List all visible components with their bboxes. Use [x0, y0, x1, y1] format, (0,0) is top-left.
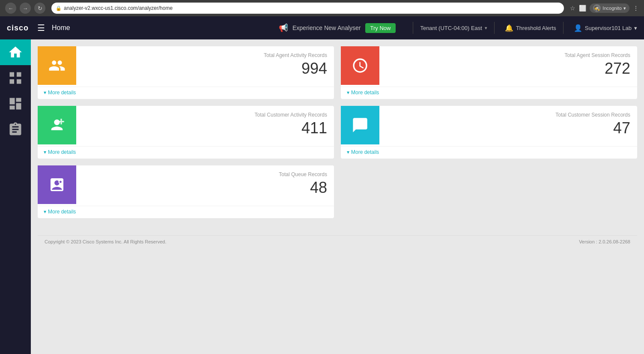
forward-button[interactable]: →	[20, 3, 31, 14]
card-label-agent-activity: Total Agent Activity Records	[83, 52, 327, 58]
card-footer-agent-activity: ▾ More details	[38, 87, 334, 99]
card-value-agent-session: 272	[386, 60, 630, 77]
url-text: analyzer-v2.wxcc-us1.cisco.com/analyzer/…	[64, 5, 173, 11]
home-icon	[8, 45, 23, 60]
card-value-customer-session: 47	[386, 120, 630, 137]
more-details-text-2: More details	[351, 90, 379, 96]
page-title: Home	[52, 24, 70, 32]
cisco-logo: cisco	[7, 24, 29, 33]
sidebar-item-dashboard[interactable]	[0, 91, 31, 117]
queue-records-icon	[48, 176, 66, 193]
header-divider-2	[494, 22, 495, 34]
star-icon[interactable]: ☆	[570, 5, 575, 12]
cards-grid: Total Agent Activity Records 994 ▾ More …	[38, 46, 637, 218]
more-options-icon[interactable]: ⋮	[633, 5, 639, 12]
more-details-link-customer-activity[interactable]: ▾ More details	[44, 149, 328, 155]
address-bar[interactable]: 🔒 analyzer-v2.wxcc-us1.cisco.com/analyze…	[51, 3, 564, 14]
card-value-agent-activity: 994	[83, 60, 327, 77]
more-details-text-3: More details	[48, 149, 76, 155]
chevron-down-icon-5: ▾	[44, 209, 46, 215]
card-agent-session: Total Agent Session Records 272 ▾ More d…	[341, 46, 637, 99]
card-label-customer-activity: Total Customer Activity Records	[83, 112, 327, 118]
card-icon-customer-session	[341, 106, 379, 144]
sidebar-item-reports[interactable]	[0, 117, 31, 142]
sidebar-item-visualizations[interactable]	[0, 65, 31, 91]
app-footer: Copyright © 2023 Cisco Systems Inc. All …	[38, 235, 637, 248]
card-agent-activity: Total Agent Activity Records 994 ▾ More …	[38, 46, 334, 99]
cisco-logo-text: cisco	[7, 24, 29, 33]
card-content-agent-activity: Total Agent Activity Records 994	[76, 46, 334, 85]
lock-icon: 🔒	[56, 6, 62, 11]
more-details-link-agent-activity[interactable]: ▾ More details	[44, 90, 328, 96]
agent-session-icon	[352, 57, 369, 74]
app-header: cisco ☰ Home 📢 Experience New Analyser T…	[0, 16, 644, 39]
card-queue-records: Total Queue Records 48 ▾ More details	[38, 165, 334, 218]
card-icon-customer-activity	[38, 106, 76, 144]
clipboard-icon	[8, 122, 23, 137]
card-label-agent-session: Total Agent Session Records	[386, 52, 630, 58]
user-menu-button[interactable]: 👤 Supervisor101 Lab ▾	[574, 24, 637, 32]
more-details-link-agent-session[interactable]: ▾ More details	[347, 90, 631, 96]
version-text: Version : 2.0.26.08-2268	[579, 239, 630, 244]
dashboard-icon	[8, 96, 23, 111]
agent-activity-icon	[48, 57, 66, 74]
try-now-button[interactable]: Try Now	[365, 23, 396, 33]
card-footer-queue-records: ▾ More details	[38, 206, 334, 218]
megaphone-icon: 📢	[279, 23, 288, 33]
browser-right-icons: ☆ ⬜ 🕵 Incognito ▾ ⋮	[570, 3, 639, 13]
experience-banner: 📢 Experience New Analyser Try Now	[279, 23, 396, 33]
card-footer-agent-session: ▾ More details	[341, 87, 637, 99]
tenant-selector[interactable]: Tenant (UTC-04:00) East ▾	[420, 25, 487, 31]
chevron-down-icon-1: ▾	[44, 90, 46, 96]
more-details-text-1: More details	[48, 90, 76, 96]
card-inner: Total Agent Activity Records 994	[38, 46, 334, 85]
back-button[interactable]: ←	[5, 3, 16, 14]
more-details-text-5: More details	[48, 209, 76, 215]
card-content-customer-activity: Total Customer Activity Records 411	[76, 106, 334, 144]
card-value-customer-activity: 411	[83, 120, 327, 137]
sidebar-item-home[interactable]	[0, 39, 31, 65]
card-inner-2: Total Agent Session Records 272	[341, 46, 637, 85]
chevron-down-icon-4: ▾	[347, 149, 349, 155]
chevron-down-icon-2: ▾	[347, 90, 349, 96]
grid-icon	[8, 70, 23, 86]
copyright-text: Copyright © 2023 Cisco Systems Inc. All …	[45, 239, 166, 244]
incognito-badge: 🕵 Incognito ▾	[590, 3, 629, 13]
bell-icon: 🔔	[505, 24, 513, 32]
hamburger-menu-button[interactable]: ☰	[36, 21, 47, 35]
refresh-button[interactable]: ↻	[34, 3, 45, 14]
header-divider-1	[413, 22, 413, 34]
card-icon-agent-activity	[38, 46, 76, 85]
card-content-customer-session: Total Customer Session Records 47	[379, 106, 637, 144]
card-customer-activity: Total Customer Activity Records 411 ▾ Mo…	[38, 106, 334, 159]
threshold-alerts-button[interactable]: 🔔 Threshold Alerts	[505, 24, 556, 32]
more-details-text-4: More details	[351, 149, 379, 155]
card-inner-3: Total Customer Activity Records 411	[38, 106, 334, 144]
customer-activity-icon	[48, 117, 66, 134]
card-inner-5: Total Queue Records 48	[38, 165, 334, 204]
card-footer-customer-activity: ▾ More details	[38, 146, 334, 159]
browser-chrome: ← → ↻ 🔒 analyzer-v2.wxcc-us1.cisco.com/a…	[0, 0, 644, 16]
chevron-down-icon-3: ▾	[44, 149, 46, 155]
tenant-label: Tenant (UTC-04:00) East	[420, 25, 482, 31]
incognito-label: Incognito	[602, 6, 622, 11]
header-divider-3	[563, 22, 564, 34]
card-content-agent-session: Total Agent Session Records 272	[379, 46, 637, 85]
card-label-queue-records: Total Queue Records	[83, 171, 327, 177]
tenant-dropdown-arrow: ▾	[485, 25, 487, 31]
incognito-icon: 🕵	[593, 4, 601, 12]
user-menu-arrow: ▾	[634, 25, 637, 31]
main-content: Total Agent Activity Records 994 ▾ More …	[31, 39, 644, 354]
app-body: Total Agent Activity Records 994 ▾ More …	[0, 39, 644, 354]
card-label-customer-session: Total Customer Session Records	[386, 112, 630, 118]
card-icon-agent-session	[341, 46, 379, 85]
card-customer-session: Total Customer Session Records 47 ▾ More…	[341, 106, 637, 159]
card-value-queue-records: 48	[83, 179, 327, 196]
more-details-link-queue-records[interactable]: ▾ More details	[44, 209, 328, 215]
card-inner-4: Total Customer Session Records 47	[341, 106, 637, 144]
more-details-link-customer-session[interactable]: ▾ More details	[347, 149, 631, 155]
tab-icon[interactable]: ⬜	[579, 5, 586, 12]
threshold-alerts-label: Threshold Alerts	[516, 25, 556, 31]
user-label: Supervisor101 Lab	[585, 25, 632, 31]
incognito-arrow: ▾	[623, 6, 626, 11]
